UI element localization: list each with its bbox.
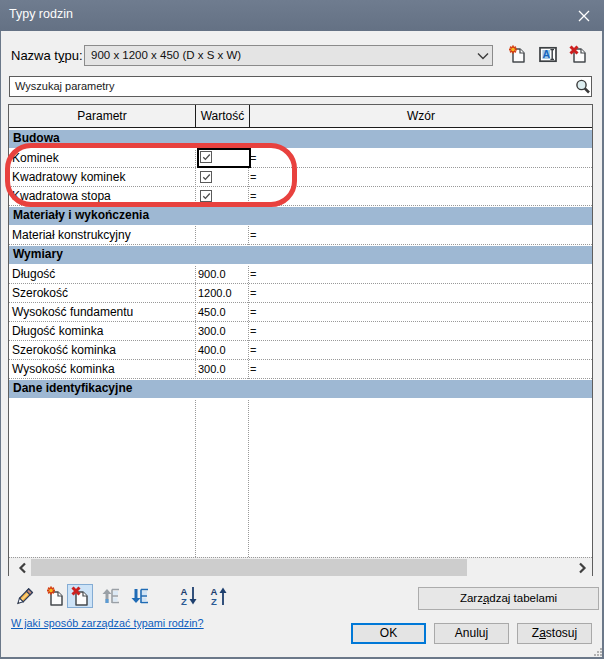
svg-text:Z: Z xyxy=(211,596,217,607)
svg-text:A: A xyxy=(211,586,218,597)
svg-text:A: A xyxy=(181,586,188,597)
svg-text:A: A xyxy=(542,48,550,60)
svg-text:Z: Z xyxy=(181,596,187,607)
